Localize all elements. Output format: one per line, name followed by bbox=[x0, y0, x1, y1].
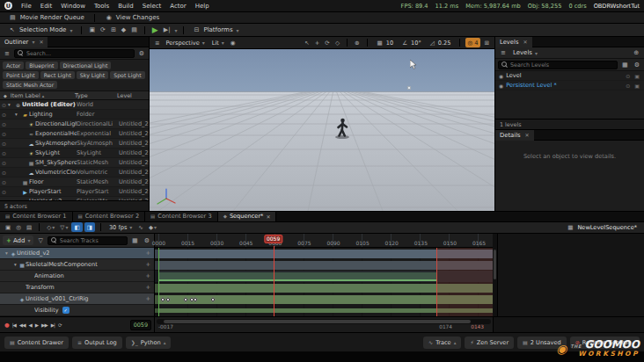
bottom-tab[interactable]: ▤ Content Browser 3 ✕ bbox=[145, 212, 218, 221]
sequencer-track-row[interactable]: ▾ Animation ✓ + bbox=[0, 271, 154, 282]
visibility-eye-icon[interactable]: ⊙ bbox=[0, 160, 8, 166]
lock-icon[interactable]: ⊙ bbox=[625, 73, 631, 79]
add-section-button[interactable]: + bbox=[145, 250, 150, 257]
blueprints-icon[interactable]: ◆ bbox=[120, 26, 128, 33]
visibility-eye-icon[interactable]: ⊙ bbox=[0, 131, 8, 137]
current-frame-field[interactable]: 0059 bbox=[130, 320, 151, 330]
filter-chip[interactable]: Sky Light bbox=[77, 71, 108, 79]
outliner-row[interactable]: ⊙ ▾ ≈ ExponentialHeightFog Exponential U… bbox=[0, 129, 149, 139]
go-to-start-button[interactable]: |◀ bbox=[11, 322, 18, 328]
menu-item[interactable]: Window bbox=[56, 3, 90, 10]
filter-chip[interactable]: Spot Light bbox=[110, 71, 144, 79]
outliner-row[interactable]: ⊙ ▾ ▦ SM_SkySphere StaticMesh Untitled_2 bbox=[0, 158, 149, 168]
move-tool-icon[interactable]: + bbox=[313, 40, 322, 47]
animation-clip[interactable] bbox=[158, 272, 436, 281]
outliner-row[interactable]: ⊙ ▾ ☀ SkyLight SkyLight Untitled_2 bbox=[0, 148, 149, 158]
chevron-down-icon[interactable]: ▾ bbox=[4, 250, 10, 256]
status-bar-button[interactable]: ∿ Trace ▴ bbox=[423, 337, 461, 349]
play-button[interactable]: ▶ bbox=[33, 322, 40, 328]
jump-forward-button[interactable]: ▶▶ bbox=[40, 322, 49, 328]
jump-back-button[interactable]: ◀◀ bbox=[18, 322, 27, 328]
menu-item[interactable]: Edit bbox=[36, 3, 57, 10]
camera-icon[interactable]: ◎ bbox=[14, 224, 23, 231]
range-end-button[interactable]: ◨ bbox=[84, 222, 95, 232]
sequencer-track-row[interactable]: ▾ ◈ Untitled_v001_CtrlRig ✓ + bbox=[0, 293, 154, 305]
menu-item[interactable]: Actor bbox=[165, 3, 190, 10]
skylight-billboard[interactable] bbox=[407, 86, 411, 90]
tab-outliner[interactable]: Outliner ▾ ✕ bbox=[0, 37, 48, 47]
save-icon[interactable]: ▣ bbox=[87, 26, 97, 33]
bottom-tab[interactable]: ▤ Content Browser 2 ✕ bbox=[73, 212, 146, 221]
render-movie-icon[interactable]: ▤ bbox=[25, 224, 33, 231]
status-bar-button[interactable]: ▤ Content Drawer ▴ bbox=[4, 337, 69, 349]
status-bar-button[interactable]: ≡ Output Log ▴ bbox=[72, 337, 122, 349]
visibility-eye-icon[interactable]: ⊙ bbox=[0, 179, 8, 185]
add-section-button[interactable]: + bbox=[145, 272, 150, 279]
visibility-eye-icon[interactable]: ⊙ bbox=[0, 189, 8, 195]
bottom-tab[interactable]: ◆ Sequencer* ✕ bbox=[218, 212, 277, 221]
gear-icon[interactable]: ⚙ bbox=[143, 237, 151, 244]
fps-dropdown[interactable]: 30 fps▾ bbox=[106, 224, 135, 231]
filter-icon[interactable]: ▽ bbox=[36, 237, 44, 244]
timeline-vertical-scrollbar[interactable] bbox=[493, 234, 497, 316]
scrollbar-thumb[interactable] bbox=[164, 320, 472, 323]
loop-button[interactable]: ⟳ bbox=[56, 322, 63, 328]
playback-range-end[interactable]: 0143 bbox=[471, 324, 484, 329]
play-options-chevron-icon[interactable]: ▾ bbox=[175, 27, 178, 33]
close-icon[interactable]: ✕ bbox=[525, 132, 530, 138]
chevron-down-icon[interactable]: ▾ bbox=[8, 102, 14, 107]
playhead-line[interactable] bbox=[274, 246, 274, 316]
menu-icon[interactable]: ≡ bbox=[3, 50, 11, 57]
viewport-type-dropdown[interactable]: Perspective▾ bbox=[164, 40, 208, 47]
filter-chip[interactable]: Point Light bbox=[3, 71, 39, 79]
movie-render-queue-button[interactable]: ▤ Movie Render Queue bbox=[4, 14, 88, 21]
add-section-button[interactable]: + bbox=[145, 284, 150, 291]
scale-tool-icon[interactable]: ◇ bbox=[333, 40, 341, 47]
outliner-row[interactable]: ⊙ ▾ ☁ SkyAtmosphere SkyAtmosph Untitled_… bbox=[0, 139, 149, 148]
view-mode-dropdown[interactable]: Lit▾ bbox=[209, 40, 227, 47]
level-row[interactable]: ◉ Persistent Level * ⊙ ▣ bbox=[495, 81, 644, 90]
save-icon[interactable]: ▣ bbox=[633, 73, 640, 79]
skip-to-end-button[interactable]: ▶| bbox=[162, 26, 172, 33]
viewport-options-icon[interactable]: ≡ bbox=[153, 40, 162, 47]
sequencer-track-row[interactable]: ▾ Visibility ✓ + bbox=[0, 305, 154, 316]
sequence-name[interactable]: ▦ NewLevelSequence* bbox=[566, 224, 640, 231]
menu-item[interactable]: Select bbox=[138, 3, 166, 10]
add-content-icon[interactable]: ⊞ bbox=[109, 26, 118, 33]
playhead-frame-tag[interactable]: 0059 bbox=[264, 235, 282, 243]
bottom-tab[interactable]: ▤ Content Browser 1 ✕ bbox=[0, 212, 73, 221]
menu-icon[interactable]: ≡ bbox=[499, 49, 508, 56]
rotate-tool-icon[interactable]: ⟳ bbox=[323, 40, 332, 47]
outliner-row[interactable]: ⊙ ▾ ▦ Floor StaticMesh Untitled_2 bbox=[0, 177, 149, 187]
filter-chip[interactable]: Blueprint bbox=[26, 62, 57, 69]
world-space-icon[interactable]: ⊕ bbox=[353, 40, 362, 47]
rotation-snap-toggle[interactable]: ∠10° bbox=[398, 40, 424, 47]
chevron-down-icon[interactable]: ▾ bbox=[32, 39, 34, 45]
keyframe-diamond[interactable] bbox=[183, 297, 188, 302]
save-icon[interactable]: ▣ bbox=[633, 83, 640, 89]
keyframe-diamond[interactable] bbox=[194, 297, 199, 302]
curve-editor-icon[interactable]: ∿ bbox=[136, 224, 145, 231]
levels-dropdown[interactable]: Levels▾ bbox=[510, 49, 540, 56]
grid-icon[interactable]: ▦ bbox=[620, 62, 630, 69]
keyframe-diamond[interactable] bbox=[210, 297, 216, 302]
play-reverse-button[interactable]: ◀ bbox=[26, 322, 33, 328]
sequencer-track-row[interactable]: ▾ Transform ✓ + bbox=[0, 282, 154, 293]
visibility-checkbox[interactable]: ✓ bbox=[62, 307, 70, 314]
status-bar-button[interactable]: ❯_ Python ▴ bbox=[126, 337, 172, 349]
keyframe-diamond[interactable] bbox=[166, 297, 172, 302]
close-icon[interactable]: ✕ bbox=[523, 39, 527, 45]
outliner-row[interactable]: ⊙ ▾ ☁ VolumetricCloud Volumetric Untitle… bbox=[0, 168, 149, 177]
range-start-button[interactable]: ◧ bbox=[71, 222, 82, 232]
visibility-eye-icon[interactable]: ⊙ bbox=[0, 150, 8, 156]
visibility-eye-icon[interactable]: ⊙ bbox=[0, 102, 8, 108]
track-search[interactable] bbox=[48, 236, 128, 245]
level-row[interactable]: ◉ Level ⊙ ▣ bbox=[495, 71, 644, 81]
lock-icon[interactable]: ⊙ bbox=[625, 83, 631, 89]
camera-speed-button[interactable]: ◎4 bbox=[465, 38, 481, 47]
outliner-row[interactable]: ⊙ ▾ ☀ DirectionalLight DirectionalLi Unt… bbox=[0, 119, 149, 129]
view-changes-button[interactable]: ◉ View Changes bbox=[101, 14, 163, 21]
menu-item[interactable]: Tools bbox=[90, 3, 113, 10]
menu-item[interactable]: File bbox=[17, 3, 36, 10]
unreal-logo[interactable]: U bbox=[4, 2, 12, 10]
